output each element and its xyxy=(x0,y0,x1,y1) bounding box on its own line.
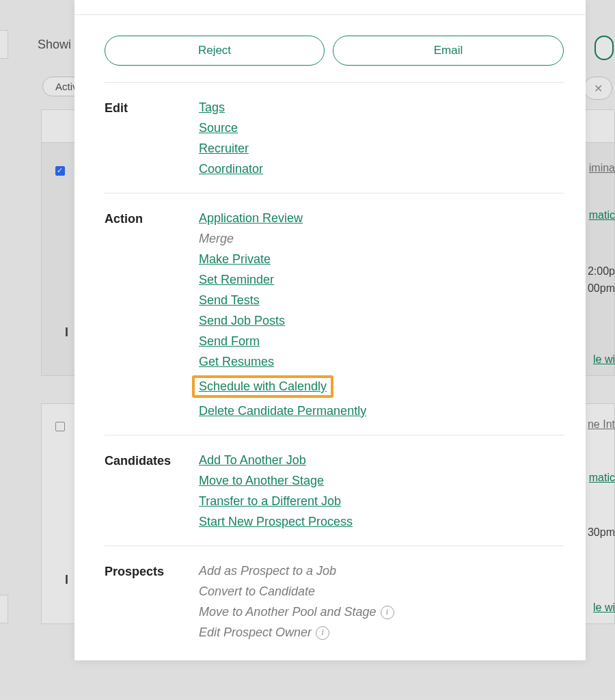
edit-section: Edit Tags Source Recruiter Coordinator xyxy=(105,82,564,193)
candidates-section-list: Add To Another Job Move to Another Stage… xyxy=(199,453,564,529)
add-to-another-job-link[interactable]: Add To Another Job xyxy=(199,453,306,468)
edit-source-link[interactable]: Source xyxy=(199,121,238,135)
send-tests-link[interactable]: Send Tests xyxy=(199,293,260,308)
delete-candidate-link[interactable]: Delete Candidate Permanently xyxy=(199,404,366,418)
schedule-calendly-link[interactable]: Schedule with Calendly xyxy=(199,379,327,393)
modal-divider xyxy=(74,0,586,15)
get-resumes-link[interactable]: Get Resumes xyxy=(199,355,274,369)
move-to-pool-stage-label: Move to Another Pool and Stage xyxy=(199,605,377,619)
send-form-link[interactable]: Send Form xyxy=(199,334,260,349)
bulk-action-modal: Reject Email Edit Tags Source Recruiter … xyxy=(74,0,586,660)
transfer-to-different-job-link[interactable]: Transfer to a Different Job xyxy=(199,494,341,509)
convert-to-candidate-disabled: Convert to Candidate xyxy=(199,584,315,599)
action-section-list: Application Review Merge Make Private Se… xyxy=(199,211,564,418)
edit-prospect-owner-label: Edit Prospect Owner xyxy=(199,625,312,640)
prospects-section: Prospects Add as Prospect to a Job Conve… xyxy=(105,546,564,656)
candidates-section: Candidates Add To Another Job Move to An… xyxy=(105,435,564,546)
info-icon[interactable]: i xyxy=(316,626,329,640)
action-section: Action Application Review Merge Make Pri… xyxy=(105,193,564,435)
edit-section-title: Edit xyxy=(105,100,193,176)
modal-button-row: Reject Email xyxy=(105,15,564,82)
make-private-link[interactable]: Make Private xyxy=(199,252,271,267)
info-icon[interactable]: i xyxy=(381,606,394,619)
email-button[interactable]: Email xyxy=(333,36,564,66)
start-new-prospect-process-link[interactable]: Start New Prospect Process xyxy=(199,515,353,529)
move-to-another-stage-link[interactable]: Move to Another Stage xyxy=(199,474,324,488)
candidates-section-title: Candidates xyxy=(105,453,193,529)
schedule-calendly-highlight: Schedule with Calendly xyxy=(192,375,333,398)
application-review-link[interactable]: Application Review xyxy=(199,211,303,226)
edit-section-list: Tags Source Recruiter Coordinator xyxy=(199,100,564,176)
prospects-section-title: Prospects xyxy=(105,564,193,640)
add-as-prospect-disabled: Add as Prospect to a Job xyxy=(199,564,336,578)
action-section-title: Action xyxy=(105,211,193,418)
set-reminder-link[interactable]: Set Reminder xyxy=(199,273,274,287)
prospects-section-list: Add as Prospect to a Job Convert to Cand… xyxy=(199,564,564,640)
edit-tags-link[interactable]: Tags xyxy=(199,100,225,115)
edit-prospect-owner-disabled: Edit Prospect Owner i xyxy=(199,625,329,640)
send-job-posts-link[interactable]: Send Job Posts xyxy=(199,314,285,328)
edit-recruiter-link[interactable]: Recruiter xyxy=(199,142,249,156)
reject-button[interactable]: Reject xyxy=(105,36,325,66)
move-to-pool-stage-disabled: Move to Another Pool and Stage i xyxy=(199,605,394,619)
edit-coordinator-link[interactable]: Coordinator xyxy=(199,162,263,176)
modal-scroll-area[interactable]: Reject Email Edit Tags Source Recruiter … xyxy=(74,15,586,660)
merge-link-disabled: Merge xyxy=(199,232,234,246)
